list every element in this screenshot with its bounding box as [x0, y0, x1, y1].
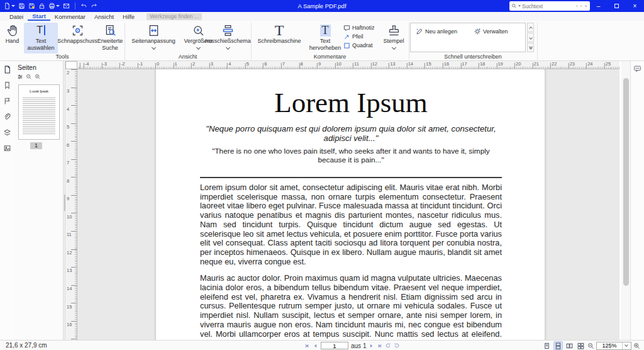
continuous-facing-view-button[interactable] — [576, 341, 586, 350]
menu-item-hilfe[interactable]: Hilfe — [118, 12, 139, 21]
zoom-level-input[interactable] — [597, 342, 622, 349]
sidebar-tab-pages[interactable] — [0, 64, 14, 76]
sidebar-tab-layers[interactable] — [0, 127, 14, 138]
horizontal-ruler: -4-3-2-101234567891011121314151617181920… — [77, 61, 619, 69]
v-ruler-number: 11 — [67, 232, 72, 237]
thumbnail-page-number: 1 — [30, 142, 42, 149]
group-label-kommentare: Kommentare — [251, 54, 409, 60]
zoom-in-button[interactable] — [633, 342, 640, 349]
document-divider — [200, 177, 502, 178]
manage-signatures-button[interactable]: Verwalten — [474, 28, 508, 35]
arrow-tool-button[interactable]: Pfeil — [343, 32, 380, 41]
menu-item-start[interactable]: Start — [28, 12, 50, 21]
v-ruler-number: 4 — [67, 106, 69, 112]
close-button[interactable]: × — [626, 0, 644, 12]
imposition-label: Ausschießschema — [204, 38, 251, 45]
panel-options-icon[interactable] — [17, 74, 23, 80]
zoom-out-button[interactable] — [587, 342, 594, 349]
maximize-button[interactable] — [608, 0, 626, 12]
undo-button[interactable] — [80, 3, 87, 9]
sidebar-tab-comments[interactable] — [0, 95, 14, 107]
save-button[interactable] — [18, 3, 25, 9]
print-button[interactable] — [48, 3, 60, 9]
thumbnail-zoom-out-icon[interactable] — [26, 74, 32, 80]
menu-item-ansicht[interactable]: Ansicht — [90, 12, 118, 21]
group-label-tools: Tools — [0, 54, 125, 60]
print-caret-icon — [56, 5, 60, 7]
vertical-scrollbar[interactable] — [621, 61, 630, 340]
page-fit-button[interactable]: Seitenanpassung — [127, 23, 180, 54]
last-page-button[interactable] — [377, 343, 382, 349]
new-signature-button[interactable]: Neu anlegen — [416, 28, 457, 35]
zoom-dropdown-button[interactable] — [622, 342, 630, 349]
save-as-button[interactable] — [28, 3, 35, 9]
continuous-view-button[interactable] — [553, 341, 563, 350]
status-bar: 21,6 x 27,9 cm aus 1 — [0, 340, 644, 350]
imposition-button[interactable]: Ausschießschema — [205, 23, 250, 54]
menu-item-datei[interactable]: Datei — [5, 12, 28, 21]
previous-view-button[interactable] — [385, 342, 391, 349]
sidebar-tab-bookmarks[interactable] — [0, 79, 14, 91]
zoom-level-select[interactable] — [596, 342, 631, 350]
h-ruler-number: 0 — [157, 61, 159, 67]
sign-more-button[interactable] — [527, 43, 534, 52]
document-canvas[interactable]: Lorem Ipsum "Neque porro quisquam est qu… — [77, 69, 619, 340]
search-next-icon[interactable]: › — [580, 3, 583, 9]
square-tool-button[interactable]: Quadrat — [343, 41, 380, 50]
page-thumbnail[interactable]: Lorem Ipsum — [18, 84, 60, 140]
next-view-button[interactable] — [394, 342, 400, 349]
snapshot-button[interactable]: Schnappschuss — [58, 23, 96, 54]
h-ruler-number: 2 — [192, 61, 195, 67]
stamp-label: Stempel — [383, 38, 404, 45]
comments-panel-toggle-icon[interactable] — [633, 65, 642, 73]
select-text-button[interactable]: T Text auswählen — [24, 23, 58, 54]
search-close-icon[interactable]: × — [584, 3, 588, 9]
search-options-caret-icon[interactable] — [518, 5, 521, 7]
new-document-button[interactable] — [4, 3, 15, 9]
sidebar-tab-attachments[interactable] — [0, 111, 14, 123]
main-area: Seiten Lorem Ipsum 1 -4-3-2-101234567891… — [0, 61, 644, 340]
document-paragraph: Mauris ac auctor dolor. Proin maximus qu… — [200, 274, 502, 340]
search-input[interactable] — [522, 3, 574, 9]
h-ruler-number: 3 — [211, 61, 213, 67]
thumbnail-zoom-in-icon[interactable] — [35, 74, 41, 80]
next-page-button[interactable] — [369, 343, 374, 349]
sidebar-tab-images[interactable] — [0, 142, 14, 154]
redo-icon — [91, 3, 97, 9]
pdf-page[interactable]: Lorem Ipsum "Neque porro quisquam est qu… — [156, 69, 545, 340]
page-number-input[interactable] — [321, 342, 348, 349]
vertical-ruler: 2345678910111213141516 — [65, 69, 77, 340]
sticky-note-button[interactable]: Haftnotiz — [343, 23, 380, 32]
previous-page-button[interactable] — [313, 343, 318, 349]
single-page-view-button[interactable] — [542, 341, 552, 350]
facing-view-button[interactable] — [565, 341, 574, 350]
h-ruler-number: 15 — [426, 61, 431, 67]
hand-tool-label: Hand — [6, 38, 19, 45]
search-prev-icon[interactable]: ‹ — [575, 3, 579, 9]
stamp-button[interactable]: Stempel — [380, 23, 408, 54]
minimize-button[interactable]: – — [589, 0, 608, 12]
h-ruler-number: 5 — [247, 61, 249, 67]
hand-tool-button[interactable]: Hand — [2, 23, 23, 54]
save-as-icon — [28, 3, 35, 9]
h-ruler-number: 4 — [228, 61, 231, 67]
search-box[interactable]: ‹ › × — [509, 1, 590, 11]
scrollbar-thumb[interactable] — [623, 78, 629, 286]
first-page-button[interactable] — [304, 343, 310, 349]
gear-icon — [474, 28, 481, 35]
find-tools-button[interactable]: Werkzeuge finden ... — [147, 13, 202, 20]
advanced-search-button[interactable]: Erweiterte Suche — [96, 23, 124, 54]
highlight-text-button[interactable]: T Text hervorheben — [307, 23, 343, 54]
sign-scroll-up-button[interactable] — [527, 23, 534, 32]
h-ruler-number: 9 — [318, 61, 321, 67]
h-ruler-number: 24 — [587, 61, 592, 67]
typewriter-button[interactable]: T Schreibmaschine — [253, 23, 306, 54]
sign-scroll-down-button[interactable] — [527, 33, 534, 42]
h-ruler-number: 1 — [175, 61, 177, 67]
h-ruler-number: 12 — [372, 61, 377, 67]
email-button[interactable] — [63, 3, 70, 9]
page-fit-label: Seitenanpassung — [131, 38, 175, 45]
menu-item-kommentar[interactable]: Kommentar — [50, 12, 90, 21]
redo-button[interactable] — [91, 3, 97, 9]
protect-button[interactable] — [38, 3, 45, 9]
